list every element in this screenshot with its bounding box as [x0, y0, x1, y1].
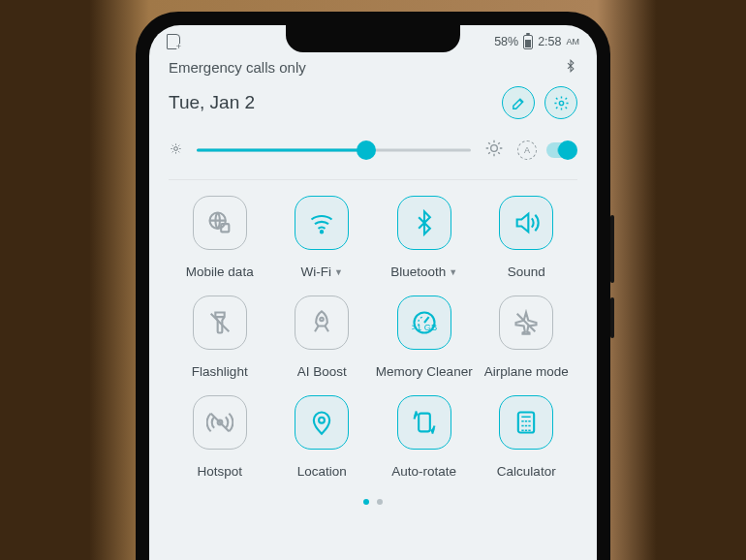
- svg-rect-11: [419, 414, 430, 432]
- tile-label: Calculator: [497, 456, 556, 487]
- auto-brightness-toggle[interactable]: [546, 142, 577, 158]
- svg-text:>1 GB: >1 GB: [411, 323, 437, 332]
- chevron-down-icon: ▼: [334, 267, 343, 277]
- tile-label: Memory Cleaner: [376, 357, 473, 388]
- rocket-icon[interactable]: [295, 296, 349, 350]
- svg-rect-12: [518, 413, 534, 433]
- svg-point-10: [319, 418, 325, 423]
- settings-button[interactable]: [544, 86, 577, 119]
- tile-label: Mobile data: [186, 257, 254, 288]
- page-indicator[interactable]: [169, 495, 577, 505]
- hotspot-icon[interactable]: [193, 395, 247, 450]
- calculator-icon[interactable]: [499, 395, 553, 450]
- clock-time: 2:58: [538, 35, 561, 48]
- chevron-down-icon: ▼: [449, 267, 457, 277]
- tile-flashlight[interactable]: Flashlight: [169, 296, 271, 388]
- tile-label: Bluetooth▼: [390, 257, 457, 288]
- tile-bluetooth[interactable]: Bluetooth▼: [373, 196, 476, 288]
- tile-calculator[interactable]: Calculator: [476, 395, 578, 487]
- flashlight-icon[interactable]: [193, 296, 247, 350]
- tile-sound[interactable]: Sound: [476, 196, 578, 288]
- gauge-icon[interactable]: >1 GB: [397, 296, 451, 350]
- battery-percent: 58%: [494, 35, 518, 48]
- globe-icon[interactable]: [193, 196, 247, 250]
- sd-card-icon: [167, 34, 180, 49]
- tile-label: Flashlight: [192, 357, 248, 388]
- tile-label: Auto-rotate: [391, 456, 456, 487]
- notification-shade: 58% 2:58 AM Emergency calls only Tue, Ja…: [149, 25, 597, 560]
- svg-point-0: [559, 101, 563, 105]
- tile-label: Location: [297, 456, 347, 487]
- tile-label: AI Boost: [297, 357, 347, 388]
- tile-label: Wi-Fi▼: [301, 257, 343, 288]
- carrier-label: Emergency calls only: [169, 59, 306, 76]
- tile-label: Airplane mode: [484, 357, 569, 388]
- battery-icon: [523, 35, 533, 49]
- bluetooth-status-icon: [564, 58, 577, 77]
- edit-tiles-button[interactable]: [502, 86, 535, 119]
- date-label[interactable]: Tue, Jan 2: [169, 92, 255, 113]
- tile-airplane-mode[interactable]: Airplane mode: [476, 296, 578, 388]
- display-notch: [286, 25, 460, 52]
- wifi-icon[interactable]: [295, 196, 349, 250]
- tile-mobile-data[interactable]: Mobile data: [169, 196, 271, 288]
- auto-brightness-icon: A: [517, 140, 537, 160]
- brightness-high-icon: [484, 139, 504, 162]
- svg-point-2: [491, 145, 498, 152]
- tile-label: Sound: [508, 257, 545, 288]
- tile-label: Hotspot: [197, 456, 242, 487]
- brightness-low-icon: [169, 141, 183, 160]
- bluetooth-icon[interactable]: [397, 196, 451, 250]
- tile-location[interactable]: Location: [271, 395, 374, 487]
- tile-hotspot[interactable]: Hotspot: [169, 395, 271, 487]
- rotate-icon[interactable]: [397, 395, 451, 450]
- tile-ai-boost[interactable]: AI Boost: [271, 296, 374, 388]
- airplane-icon[interactable]: [499, 296, 553, 350]
- pin-icon[interactable]: [295, 395, 349, 450]
- brightness-slider[interactable]: [197, 141, 471, 159]
- svg-point-5: [321, 231, 323, 233]
- sound-icon[interactable]: [499, 196, 553, 250]
- quick-settings-grid: Mobile dataWi-Fi▼Bluetooth▼SoundFlashlig…: [169, 180, 577, 495]
- clock-ampm: AM: [567, 37, 580, 47]
- tile-auto-rotate[interactable]: Auto-rotate: [373, 395, 476, 487]
- svg-point-6: [321, 318, 325, 322]
- svg-point-1: [174, 146, 178, 150]
- tile-wifi[interactable]: Wi-Fi▼: [271, 196, 374, 288]
- tile-memory-cleaner[interactable]: >1 GBMemory Cleaner: [373, 296, 476, 388]
- brightness-control: A: [169, 129, 577, 180]
